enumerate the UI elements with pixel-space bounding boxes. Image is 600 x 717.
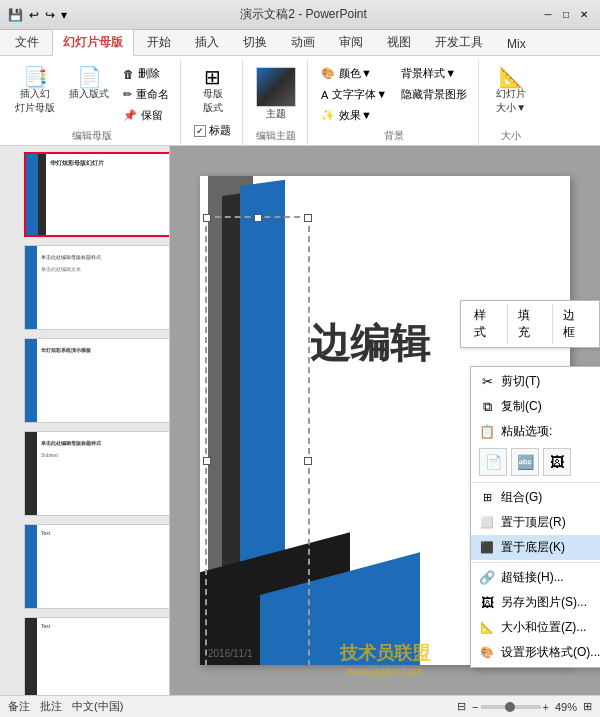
slide-thumb-4[interactable]: 单击此处编辑母版标题样式 Subtext [24,431,170,516]
paste-keep-source-button[interactable]: 📄 [479,448,507,476]
rename-button[interactable]: ✏ 重命名 [118,85,174,104]
thumb1-text: 华灯炫彩母版幻灯片 [50,159,104,168]
paste-icon: 📋 [479,424,495,439]
insert-slide-master-label: 插入幻灯片母版 [15,87,55,115]
bring-front-icon: ⬜ [479,516,495,529]
separator-1 [471,482,600,483]
slide-item-4[interactable]: 4 单击此处编辑母版标题样式 Subtext [4,429,165,518]
tab-slide-master[interactable]: 幻灯片母版 [52,29,134,56]
slide-item-3[interactable]: 3 华灯炫彩系统演示模板 [4,336,165,425]
ribbon-tabs: 文件 幻灯片母版 开始 插入 切换 动画 审阅 视图 开发工具 Mix [0,30,600,56]
slide-item-6[interactable]: 6 Text [4,615,165,695]
zoom-thumb[interactable] [505,702,515,712]
status-left: 备注 批注 中文(中国) [8,699,123,714]
notes-button[interactable]: 备注 [8,699,30,714]
slide-item-5[interactable]: 5 Text [4,522,165,611]
slide-big-text: 边编辑 [310,316,430,371]
ctx-copy[interactable]: ⧉ 复制(C) [471,394,600,419]
slide-item-1[interactable]: 1 华灯炫彩母版幻灯片 [4,150,165,239]
tab-view[interactable]: 视图 [376,29,422,55]
fit-page-icon[interactable]: ⊞ [583,700,592,713]
insert-placeholder-button[interactable]: ⊞ 母版版式 [195,64,231,118]
paste-image-button[interactable]: 🖼 [543,448,571,476]
copy-label: 复制(C) [501,398,600,415]
color-button[interactable]: 🎨 颜色▼ [316,64,392,83]
zoom-slider[interactable]: − + [472,701,549,713]
window-title: 演示文稿2 - PowerPoint [67,6,540,23]
master-layout-content: ⊞ 母版版式 ✓ 标题 ✓ 页脚 [192,60,233,160]
ctx-bring-front[interactable]: ⬜ 置于顶层(R) ▶ [471,510,600,535]
insert-slide-master-icon: 📑 [23,67,48,87]
slide-item-2[interactable]: 2 单击此处编辑母版标题样式 单击此处编辑文本 [4,243,165,332]
slide-thumb-6[interactable]: Text [24,617,170,695]
edit-master-content: 📑 插入幻灯片母版 📄 插入版式 🗑 删除 ✏ 重命名 📌 保留 [10,60,174,129]
delete-button[interactable]: 🗑 删除 [118,64,174,83]
insert-slide-master-button[interactable]: 📑 插入幻灯片母版 [10,64,60,118]
theme-button[interactable]: 主题 [251,64,301,124]
zoom-minus[interactable]: − [472,701,478,713]
tab-home[interactable]: 开始 [136,29,182,55]
undo-icon[interactable]: ↩ [29,8,39,22]
thumb4-bar [25,432,37,515]
close-button[interactable]: ✕ [576,7,592,23]
ctx-cut[interactable]: ✂ 剪切(T) [471,369,600,394]
edit-theme-label: 编辑主题 [256,129,296,145]
tab-mix[interactable]: Mix [496,32,537,55]
font-button[interactable]: A 文字字体▼ [316,85,392,104]
ribbon: 📑 插入幻灯片母版 📄 插入版式 🗑 删除 ✏ 重命名 📌 保留 [0,56,600,146]
ctx-format-shape[interactable]: 🎨 设置形状格式(O)... [471,640,600,665]
insert-placeholder-icon: ⊞ [204,67,221,87]
maximize-button[interactable]: □ [558,7,574,23]
slide-date: 2016/11/1 [208,648,253,659]
ctx-send-back[interactable]: ⬛ 置于底层(K) ▶ [471,535,600,560]
slide-thumb-2[interactable]: 单击此处编辑母版标题样式 单击此处编辑文本 [24,245,170,330]
preserve-button[interactable]: 📌 保留 [118,106,174,125]
tab-transitions[interactable]: 切换 [232,29,278,55]
watermark-text: 技术员联盟 [340,641,430,665]
insert-layout-button[interactable]: 📄 插入版式 [64,64,114,104]
bg-style-button[interactable]: 背景样式▼ [396,64,472,83]
tab-developer[interactable]: 开发工具 [424,29,494,55]
zoom-level[interactable]: 49% [555,701,577,713]
ctx-hyperlink[interactable]: 🔗 超链接(H)... [471,565,600,590]
ctx-group[interactable]: ⊞ 组合(G) ▶ [471,485,600,510]
minimize-button[interactable]: ─ [540,7,556,23]
watermark-url: www.jsgho.com [340,665,430,677]
ctx-save-picture[interactable]: 🖼 另存为图片(S)... [471,590,600,615]
save-icon[interactable]: 💾 [8,8,23,22]
redo-icon[interactable]: ↪ [45,8,55,22]
tab-insert[interactable]: 插入 [184,29,230,55]
slide-thumb-3[interactable]: 华灯炫彩系统演示模板 [24,338,170,423]
hide-bg-button[interactable]: 隐藏背景图形 [396,85,472,104]
slide-panel[interactable]: 1 华灯炫彩母版幻灯片 2 单击此处编辑母版标题样式 单击此处编辑文本 3 华灯… [0,146,170,695]
font-icon: A [321,89,328,101]
effect-icon: ✨ [321,109,335,122]
zoom-track[interactable] [481,705,541,709]
paste-use-dest-button[interactable]: 🔤 [511,448,539,476]
theme-icon [256,67,296,107]
slide-thumb-5[interactable]: Text [24,524,170,609]
copy-icon: ⧉ [479,399,495,415]
zoom-plus[interactable]: + [543,701,549,713]
tab-animations[interactable]: 动画 [280,29,326,55]
tab-review[interactable]: 审阅 [328,29,374,55]
ctx-size-position[interactable]: 📐 大小和位置(Z)... [471,615,600,640]
paste-label: 粘贴选项: [501,423,600,440]
title-checkbox[interactable]: ✓ [194,125,206,137]
context-menu: ✂ 剪切(T) ⧉ 复制(C) 📋 粘贴选项: 📄 🔤 🖼 ⊞ [470,366,600,668]
size-button[interactable]: 📐 幻灯片大小▼ [491,64,531,118]
send-back-icon: ⬛ [479,541,495,554]
fill-button[interactable]: 填充 [508,304,552,344]
thumb2-subtext: 单击此处编辑文本 [41,266,81,272]
bring-front-label: 置于顶层(R) [501,514,600,531]
style-button[interactable]: 样式 [464,304,508,344]
comments-button[interactable]: 批注 [40,699,62,714]
border-button[interactable]: 边框 [553,304,596,344]
title-bar-left: 💾 ↩ ↪ ▾ [8,8,67,22]
format-tooltip-bar: 样式 填充 边框 [460,300,600,348]
format-shape-label: 设置形状格式(O)... [501,644,600,661]
tab-file[interactable]: 文件 [4,29,50,55]
effect-button[interactable]: ✨ 效果▼ [316,106,392,125]
slide-thumb-1[interactable]: 华灯炫彩母版幻灯片 [24,152,170,237]
fit-icon[interactable]: ⊟ [457,700,466,713]
